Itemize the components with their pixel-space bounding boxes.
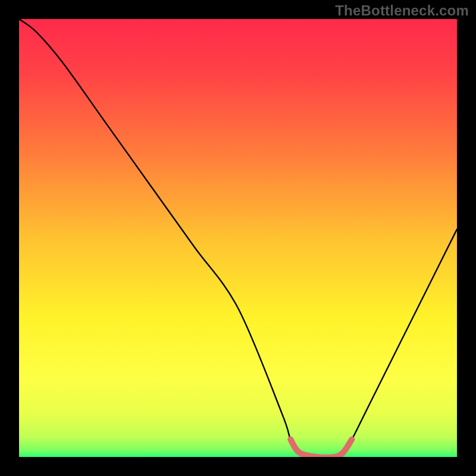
chart-frame: TheBottleneck.com [0, 0, 476, 476]
plot-area [19, 19, 457, 457]
gradient-background [19, 19, 457, 457]
watermark-text: TheBottleneck.com [335, 2, 469, 19]
bottleneck-chart [19, 19, 457, 457]
